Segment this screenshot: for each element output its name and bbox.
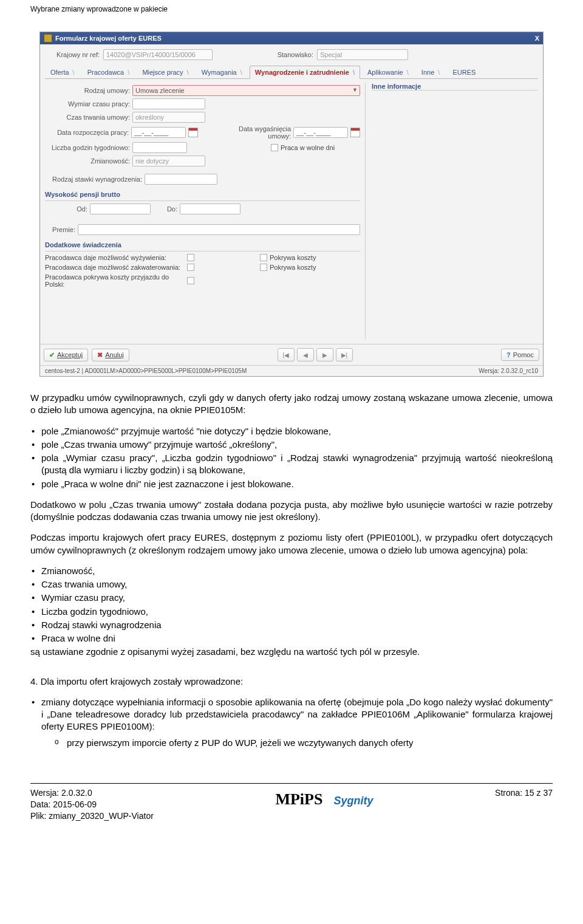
data-wyga-input[interactable] <box>293 127 348 138</box>
paragraph-1: W przypadku umów cywilnoprawnych, czyli … <box>30 392 553 417</box>
wymiar-label: Wymiar czasu pracy: <box>45 100 130 108</box>
od-label: Od: <box>45 205 87 213</box>
zmianowosc-label: Zmianowość: <box>45 157 130 165</box>
pokrywa-label-2: Pokrywa koszty <box>270 264 316 271</box>
wyzywienie-checkbox[interactable] <box>187 254 194 261</box>
stanowisko-label: Stanowisko: <box>253 51 313 58</box>
nav-last-button[interactable]: ▶| <box>336 348 353 361</box>
list-item: Praca w wolne dni <box>30 632 553 645</box>
nav-prev-button[interactable]: ◀ <box>297 348 314 361</box>
footer-sygnity-logo: Sygnity <box>333 795 373 807</box>
bottom-button-bar: ✔Akceptuj ✖Anuluj |◀ ◀ ▶ ▶| ?Pomoc <box>40 344 543 365</box>
cross-icon: ✖ <box>97 351 103 359</box>
paragraph-5: 4. Dla importu ofert krajowych zostały w… <box>30 676 553 688</box>
tab-miejsce-pracy[interactable]: Miejsce pracy <box>137 66 194 78</box>
wymiar-input[interactable] <box>132 98 205 109</box>
tab-aplikowanie[interactable]: Aplikowanie <box>362 66 414 78</box>
pokrywa-label-1: Pokrywa koszty <box>270 254 316 261</box>
data-rozp-input[interactable] <box>131 127 186 138</box>
page-header-title: Wybrane zmiany wprowadzone w pakiecie <box>0 0 583 13</box>
liczba-godzin-label: Liczba godzin tygodniowo: <box>45 144 130 151</box>
premie-label: Premie: <box>45 226 75 233</box>
cancel-button[interactable]: ✖Anuluj <box>92 349 129 361</box>
window-titlebar: Formularz krajowej oferty EURES X <box>40 32 543 44</box>
rodzaj-umowy-value: Umowa zlecenie <box>135 87 185 94</box>
inne-informacje-title: Inne informacje <box>372 83 538 90</box>
tab-inne[interactable]: Inne <box>416 66 445 78</box>
zakwaterowanie-checkbox[interactable] <box>187 264 194 271</box>
data-wyga-label: Data wygaśnięcia umowy: <box>215 125 291 140</box>
paragraph-2: Dodatkowo w polu „Czas trwania umowy" zo… <box>30 499 553 524</box>
od-input[interactable] <box>90 204 151 214</box>
paragraph-4: są ustawiane zgodnie z opisanymi wyżej z… <box>30 646 553 658</box>
footer-mpips-logo: MPiPS <box>275 790 322 809</box>
list-item: zmiany dotyczące wypełniania informacji … <box>30 696 553 733</box>
premie-input[interactable] <box>78 224 360 235</box>
calendar-icon[interactable] <box>350 128 360 137</box>
list-item: Rodzaj stawki wynagrodzenia <box>30 619 553 631</box>
tab-wymagania[interactable]: Wymagania <box>196 66 248 78</box>
krajowy-ref-label: Krajowy nr ref: <box>45 51 100 58</box>
praca-wolne-label: Praca w wolne dni <box>281 144 335 151</box>
list-item: Zmianowość, <box>30 565 553 577</box>
footer-date: Data: 2015-06-09 <box>30 799 154 810</box>
wysokosc-group-title: Wysokość pensji brutto <box>45 191 360 198</box>
krajowy-ref-input[interactable] <box>103 49 213 60</box>
data-rozp-label: Data rozpoczęcia pracy: <box>45 129 129 136</box>
bullet-list-3: zmiany dotyczące wypełniania informacji … <box>30 696 553 733</box>
do-input[interactable] <box>180 204 240 214</box>
rodzaj-stawki-label: Rodzaj stawki wynagrodzenia: <box>45 176 142 183</box>
pokrywa-checkbox-1[interactable] <box>260 254 267 261</box>
close-icon[interactable]: X <box>535 35 539 42</box>
zakwaterowanie-label: Pracodawca daje możliwość zakwaterowania… <box>45 264 185 271</box>
status-version: Wersja: 2.0.32.0_rc10 <box>479 368 538 374</box>
help-button[interactable]: ?Pomoc <box>501 349 539 361</box>
footer-page-number: Strona: 15 z 37 <box>495 787 553 799</box>
accept-label: Akceptuj <box>57 351 83 358</box>
help-icon: ? <box>506 351 511 358</box>
tab-pracodawca[interactable]: Pracodawca <box>82 66 135 78</box>
tab-wynagrodzenie[interactable]: Wynagrodzenie i zatrudnienie <box>250 66 360 79</box>
help-label: Pomoc <box>513 351 534 358</box>
bullet-list-2: Zmianowość, Czas trwania umowy, Wymiar c… <box>30 565 553 645</box>
praca-wolne-checkbox[interactable] <box>271 144 278 151</box>
wyzywienie-label: Pracodawca daje możliwość wyżywienia: <box>45 254 185 261</box>
accept-button[interactable]: ✔Akceptuj <box>44 349 88 361</box>
nav-next-button[interactable]: ▶ <box>316 348 333 361</box>
sub-list-o-1: przy pierwszym imporcie oferty z PUP do … <box>30 737 553 749</box>
chevron-down-icon: ▼ <box>352 87 358 93</box>
list-item: pole „Zmianowość" przyjmuje wartość "nie… <box>30 425 553 437</box>
czas-trwania-input[interactable] <box>132 112 205 123</box>
zmianowosc-input[interactable] <box>132 156 205 166</box>
status-path: centos-test-2 | AD0001LM>AD0000>PPIE5000… <box>45 368 247 374</box>
liczba-godzin-input[interactable] <box>132 142 187 153</box>
footer-version: Wersja: 2.0.32.0 <box>30 787 154 799</box>
przyjazd-checkbox[interactable] <box>187 277 194 284</box>
rodzaj-stawki-input[interactable] <box>145 174 217 185</box>
footer-file: Plik: zmiany_20320_WUP-Viator <box>30 810 154 822</box>
przyjazd-label: Pracodawca pokrywa koszty przyjazdu do P… <box>45 273 185 288</box>
tab-oferta[interactable]: Oferta <box>45 66 80 78</box>
rodzaj-umowy-select[interactable]: Umowa zlecenie ▼ <box>132 85 360 96</box>
bullet-list-1: pole „Zmianowość" przyjmuje wartość "nie… <box>30 425 553 490</box>
list-item: Liczba godzin tygodniowo, <box>30 606 553 618</box>
list-item: Czas trwania umowy, <box>30 578 553 590</box>
do-label: Do: <box>153 205 177 213</box>
page-footer: Wersja: 2.0.32.0 Data: 2015-06-09 Plik: … <box>30 783 553 834</box>
list-item: pole „Czas trwania umowy" przyjmuje wart… <box>30 439 553 451</box>
check-icon: ✔ <box>49 351 55 359</box>
nav-first-button[interactable]: |◀ <box>278 348 295 361</box>
dodatkowe-group-title: Dodatkowe świadczenia <box>45 241 360 248</box>
tab-bar: Oferta Pracodawca Miejsce pracy Wymagani… <box>45 65 538 79</box>
list-item: Wymiar czasu pracy, <box>30 592 553 604</box>
pokrywa-checkbox-2[interactable] <box>260 264 267 271</box>
window-icon <box>44 34 52 43</box>
czas-trwania-label: Czas trwania umowy: <box>45 114 130 121</box>
stanowisko-input[interactable] <box>317 49 408 60</box>
status-bar: centos-test-2 | AD0001LM>AD0000>PPIE5000… <box>40 365 543 376</box>
paragraph-3: Podczas importu krajowych ofert pracy EU… <box>30 532 553 556</box>
tab-eures[interactable]: EURES <box>447 66 481 78</box>
window-title: Formularz krajowej oferty EURES <box>55 35 162 42</box>
rodzaj-umowy-label: Rodzaj umowy: <box>45 87 130 94</box>
calendar-icon[interactable] <box>188 128 198 137</box>
